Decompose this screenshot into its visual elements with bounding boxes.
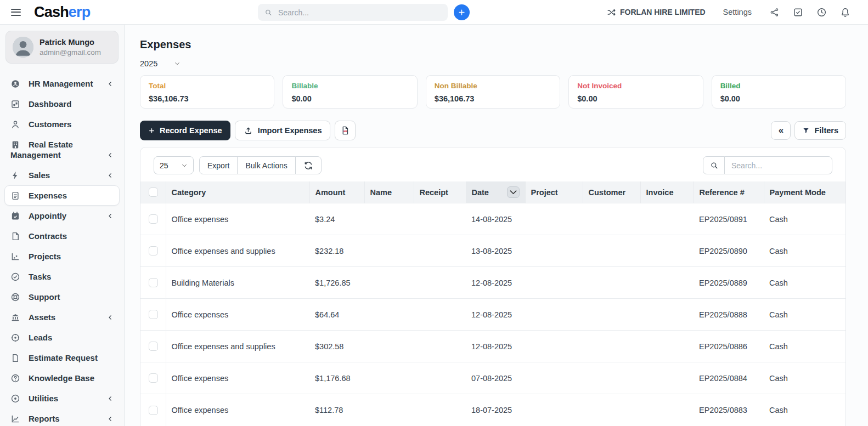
row-checkbox[interactable]: [149, 406, 158, 415]
cell-name: [364, 203, 414, 235]
column-header-customer[interactable]: Customer: [583, 181, 640, 203]
sidebar-item-label: Estimate Request: [29, 353, 98, 362]
column-header-category[interactable]: Category: [166, 181, 309, 203]
cell-payment-mode: Cash: [764, 362, 846, 394]
actions-row: Record Expense Import Expenses PDF « Fil…: [140, 121, 846, 140]
chevron-down-icon: [174, 60, 181, 67]
export-pdf-button[interactable]: PDF: [335, 121, 356, 140]
sidebar-item-customers[interactable]: Customers: [4, 114, 120, 134]
search-icon: [264, 8, 272, 16]
column-header-name[interactable]: Name: [364, 181, 414, 203]
cell-payment-mode: Cash: [764, 299, 846, 331]
user-name: Patrick Mungo: [40, 38, 101, 47]
quick-add-button[interactable]: [454, 4, 470, 20]
sidebar-item-support[interactable]: Support: [4, 287, 120, 307]
share-icon: [769, 7, 780, 18]
table-row[interactable]: Office expenses and supplies$232.1813-08…: [140, 235, 846, 267]
sidebar-item-estimate-request[interactable]: Estimate Request: [4, 348, 120, 368]
settings-link[interactable]: Settings: [723, 8, 752, 16]
table-row[interactable]: Building Materials$1,726.8512-08-2025EP2…: [140, 267, 846, 299]
sidebar-item-leads[interactable]: Leads: [4, 327, 120, 348]
column-header-reference[interactable]: Reference #: [694, 181, 764, 203]
cell-receipt: [414, 394, 466, 426]
cell-payment-mode: Cash: [764, 267, 846, 299]
collapse-stats-button[interactable]: «: [771, 121, 791, 140]
page-size-select[interactable]: 25: [154, 156, 194, 174]
user-profile-card[interactable]: Patrick Mungo admin@gmail.com: [5, 31, 119, 64]
refresh-icon: [303, 161, 313, 171]
table-row[interactable]: Office expenses$64.6412-08-2025EP2025/08…: [140, 299, 846, 331]
target-icon: [10, 333, 20, 343]
sidebar-item-hr-management[interactable]: HR Management: [4, 73, 120, 94]
stat-card-billable: Billable$0.00: [283, 75, 417, 109]
notifications-bell-icon[interactable]: [840, 7, 850, 18]
table-row[interactable]: Office expenses$1,176.6807-08-2025EP2025…: [140, 362, 846, 394]
table-row[interactable]: Office expenses and supplies$302.5812-08…: [140, 331, 846, 362]
year-select[interactable]: 2025: [140, 59, 181, 68]
sidebar-item-appointly[interactable]: Appointly: [4, 206, 120, 226]
filters-button[interactable]: Filters: [794, 121, 846, 140]
share-icon[interactable]: [769, 7, 780, 18]
refresh-button[interactable]: [295, 156, 322, 174]
shuffle-icon: [607, 8, 616, 17]
history-clock-icon[interactable]: [816, 7, 827, 18]
shuffle-icon: [607, 8, 616, 17]
sidebar-item-dashboard[interactable]: Dashboard: [4, 94, 120, 114]
company-switcher[interactable]: FORLAN HIRE LIMITED: [607, 8, 706, 17]
bell-icon: [840, 7, 850, 18]
row-checkbox[interactable]: [149, 214, 158, 224]
column-header-project[interactable]: Project: [525, 181, 583, 203]
cell-project: [525, 203, 583, 235]
select-all-checkbox[interactable]: [149, 188, 158, 197]
cell-reference: EP2025/0888: [694, 299, 764, 331]
row-checkbox[interactable]: [149, 342, 158, 351]
chevron-down-icon: [508, 187, 519, 197]
column-header-amount[interactable]: Amount: [309, 181, 364, 203]
sidebar-item-label: Dashboard: [29, 99, 71, 109]
date-sort-button[interactable]: [507, 186, 520, 198]
chart-bars-icon: [10, 252, 20, 262]
import-expenses-button[interactable]: Import Expenses: [235, 121, 331, 140]
hamburger-menu-icon[interactable]: [11, 9, 21, 16]
column-header-date[interactable]: Date: [466, 181, 525, 203]
global-search-input[interactable]: [277, 8, 441, 18]
cell-category: Building Materials: [166, 267, 309, 299]
sidebar-item-contracts[interactable]: Contracts: [4, 226, 120, 246]
stat-label: Billable: [291, 82, 408, 90]
cell-amount: $3.24: [309, 203, 364, 235]
column-header-receipt[interactable]: Receipt: [414, 181, 466, 203]
row-checkbox[interactable]: [149, 246, 158, 255]
row-checkbox[interactable]: [149, 278, 158, 287]
sidebar-item-real-estate-management[interactable]: Real Estate Management: [4, 134, 120, 165]
main-content: Expenses 2025 Total$36,106.73Billable$0.…: [125, 25, 868, 426]
sidebar-item-tasks[interactable]: Tasks: [4, 266, 120, 287]
row-checkbox[interactable]: [149, 373, 158, 383]
sidebar-item-expenses[interactable]: Expenses: [4, 185, 120, 206]
column-header-invoice[interactable]: Invoice: [640, 181, 694, 203]
check-circle-icon: [10, 272, 20, 282]
actions-right: « Filters: [771, 121, 846, 140]
company-name: FORLAN HIRE LIMITED: [620, 8, 706, 16]
sidebar-item-reports[interactable]: Reports: [4, 408, 120, 426]
tasks-check-icon[interactable]: [793, 7, 803, 18]
row-checkbox[interactable]: [149, 310, 158, 319]
table-search-input[interactable]: [724, 156, 832, 174]
table-search-button[interactable]: [703, 156, 725, 174]
bulk-actions-button[interactable]: Bulk Actions: [237, 156, 295, 174]
sidebar-item-knowledge-base[interactable]: Knowledge Base: [4, 368, 120, 388]
sidebar-item-projects[interactable]: Projects: [4, 246, 120, 266]
cell-amount: $64.64: [309, 299, 364, 331]
sidebar-item-utilities[interactable]: Utilities: [4, 388, 120, 408]
sidebar-item-sales[interactable]: Sales: [4, 165, 120, 185]
table-search: [703, 156, 832, 174]
record-expense-button[interactable]: Record Expense: [140, 121, 230, 140]
column-header-payment-mode[interactable]: Payment Mode: [764, 181, 846, 203]
cell-project: [525, 235, 583, 267]
export-button[interactable]: Export: [199, 156, 238, 174]
check-square-icon: [793, 7, 803, 18]
stat-label: Billed: [720, 82, 837, 90]
table-row[interactable]: Office expenses$3.2414-08-2025EP2025/089…: [140, 203, 846, 235]
sidebar-item-assets[interactable]: Assets: [4, 307, 120, 327]
cell-project: [525, 394, 583, 426]
table-row[interactable]: Office expenses$112.7818-07-2025EP2025/0…: [140, 394, 846, 426]
